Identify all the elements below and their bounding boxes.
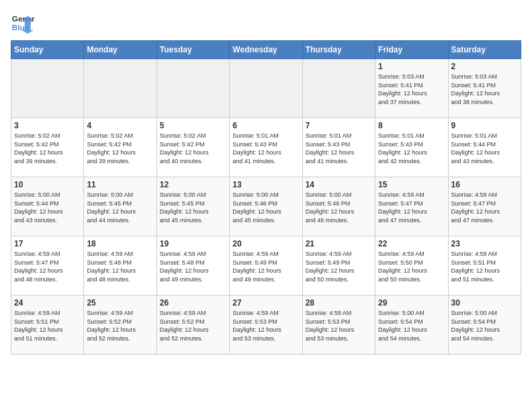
calendar-week-row: 17Sunrise: 4:59 AM Sunset: 5:47 PM Dayli… bbox=[11, 236, 521, 295]
weekday-header: Friday bbox=[375, 41, 448, 59]
day-number: 24 bbox=[14, 298, 81, 308]
day-info: Sunrise: 5:00 AM Sunset: 5:46 PM Dayligh… bbox=[232, 191, 299, 224]
day-number: 10 bbox=[14, 180, 81, 189]
calendar-cell: 11Sunrise: 5:00 AM Sunset: 5:45 PM Dayli… bbox=[84, 177, 157, 236]
day-number: 21 bbox=[306, 239, 372, 248]
day-info: Sunrise: 4:59 AM Sunset: 5:50 PM Dayligh… bbox=[378, 250, 445, 283]
day-number: 30 bbox=[451, 298, 518, 308]
calendar-table: SundayMondayTuesdayWednesdayThursdayFrid… bbox=[11, 40, 521, 355]
calendar-cell bbox=[157, 59, 229, 118]
day-number: 25 bbox=[87, 298, 153, 308]
day-info: Sunrise: 5:02 AM Sunset: 5:42 PM Dayligh… bbox=[87, 132, 153, 165]
calendar-cell bbox=[84, 59, 157, 118]
calendar-week-row: 1Sunrise: 5:03 AM Sunset: 5:41 PM Daylig… bbox=[11, 59, 521, 118]
day-number: 9 bbox=[451, 121, 518, 130]
svg-text:General: General bbox=[12, 14, 35, 23]
day-number: 18 bbox=[87, 239, 153, 248]
day-number: 4 bbox=[87, 121, 153, 130]
calendar-cell: 14Sunrise: 5:00 AM Sunset: 5:46 PM Dayli… bbox=[302, 177, 375, 236]
calendar-cell: 12Sunrise: 5:00 AM Sunset: 5:45 PM Dayli… bbox=[157, 177, 229, 236]
day-number: 22 bbox=[378, 239, 445, 248]
weekday-header: Wednesday bbox=[230, 41, 302, 59]
calendar-cell: 30Sunrise: 5:00 AM Sunset: 5:54 PM Dayli… bbox=[448, 295, 521, 355]
day-info: Sunrise: 5:00 AM Sunset: 5:54 PM Dayligh… bbox=[451, 309, 518, 342]
day-info: Sunrise: 5:00 AM Sunset: 5:45 PM Dayligh… bbox=[160, 191, 226, 224]
day-number: 29 bbox=[378, 298, 445, 308]
calendar-cell: 18Sunrise: 4:59 AM Sunset: 5:48 PM Dayli… bbox=[84, 236, 157, 295]
calendar-cell: 20Sunrise: 4:59 AM Sunset: 5:49 PM Dayli… bbox=[230, 236, 302, 295]
day-number: 13 bbox=[232, 180, 299, 189]
calendar-cell: 25Sunrise: 4:59 AM Sunset: 5:52 PM Dayli… bbox=[84, 295, 157, 355]
day-info: Sunrise: 5:01 AM Sunset: 5:43 PM Dayligh… bbox=[378, 132, 445, 165]
day-info: Sunrise: 4:59 AM Sunset: 5:52 PM Dayligh… bbox=[87, 309, 153, 342]
day-info: Sunrise: 4:59 AM Sunset: 5:53 PM Dayligh… bbox=[232, 309, 299, 342]
calendar-header: SundayMondayTuesdayWednesdayThursdayFrid… bbox=[11, 41, 521, 59]
weekday-header: Thursday bbox=[302, 41, 375, 59]
day-info: Sunrise: 4:59 AM Sunset: 5:51 PM Dayligh… bbox=[451, 250, 518, 283]
calendar-cell: 10Sunrise: 5:00 AM Sunset: 5:44 PM Dayli… bbox=[11, 177, 84, 236]
day-number: 17 bbox=[14, 239, 81, 248]
day-info: Sunrise: 5:01 AM Sunset: 5:43 PM Dayligh… bbox=[232, 132, 299, 165]
calendar-cell: 2Sunrise: 5:03 AM Sunset: 5:41 PM Daylig… bbox=[448, 59, 521, 118]
calendar-cell bbox=[11, 59, 84, 118]
calendar-cell: 15Sunrise: 4:59 AM Sunset: 5:47 PM Dayli… bbox=[375, 177, 448, 236]
calendar-cell: 5Sunrise: 5:02 AM Sunset: 5:42 PM Daylig… bbox=[157, 118, 229, 177]
calendar-cell: 9Sunrise: 5:01 AM Sunset: 5:44 PM Daylig… bbox=[448, 118, 521, 177]
calendar-cell bbox=[302, 59, 375, 118]
calendar-cell: 4Sunrise: 5:02 AM Sunset: 5:42 PM Daylig… bbox=[84, 118, 157, 177]
calendar-cell: 28Sunrise: 4:59 AM Sunset: 5:53 PM Dayli… bbox=[302, 295, 375, 355]
day-number: 2 bbox=[451, 62, 518, 71]
day-info: Sunrise: 4:59 AM Sunset: 5:48 PM Dayligh… bbox=[160, 250, 226, 283]
day-info: Sunrise: 5:00 AM Sunset: 5:44 PM Dayligh… bbox=[14, 191, 81, 224]
calendar-cell: 23Sunrise: 4:59 AM Sunset: 5:51 PM Dayli… bbox=[448, 236, 521, 295]
day-info: Sunrise: 4:59 AM Sunset: 5:49 PM Dayligh… bbox=[306, 250, 372, 283]
day-number: 7 bbox=[306, 121, 372, 130]
day-number: 23 bbox=[451, 239, 518, 248]
calendar-cell: 29Sunrise: 5:00 AM Sunset: 5:54 PM Dayli… bbox=[375, 295, 448, 355]
day-number: 27 bbox=[232, 298, 299, 308]
logo: General Blue bbox=[11, 11, 38, 35]
day-number: 5 bbox=[160, 121, 226, 130]
day-info: Sunrise: 4:59 AM Sunset: 5:47 PM Dayligh… bbox=[14, 250, 81, 283]
logo-icon: General Blue bbox=[11, 11, 35, 35]
day-info: Sunrise: 4:59 AM Sunset: 5:49 PM Dayligh… bbox=[232, 250, 299, 283]
day-info: Sunrise: 5:00 AM Sunset: 5:54 PM Dayligh… bbox=[378, 309, 445, 342]
calendar-cell: 7Sunrise: 5:01 AM Sunset: 5:43 PM Daylig… bbox=[302, 118, 375, 177]
calendar-cell: 22Sunrise: 4:59 AM Sunset: 5:50 PM Dayli… bbox=[375, 236, 448, 295]
day-info: Sunrise: 4:59 AM Sunset: 5:51 PM Dayligh… bbox=[14, 309, 81, 342]
calendar-week-row: 10Sunrise: 5:00 AM Sunset: 5:44 PM Dayli… bbox=[11, 177, 521, 236]
day-number: 8 bbox=[378, 121, 445, 130]
day-number: 6 bbox=[232, 121, 299, 130]
weekday-header: Saturday bbox=[448, 41, 521, 59]
day-info: Sunrise: 5:03 AM Sunset: 5:41 PM Dayligh… bbox=[451, 73, 518, 106]
day-info: Sunrise: 5:03 AM Sunset: 5:41 PM Dayligh… bbox=[378, 73, 445, 106]
calendar-cell: 17Sunrise: 4:59 AM Sunset: 5:47 PM Dayli… bbox=[11, 236, 84, 295]
day-number: 1 bbox=[378, 62, 445, 71]
calendar-cell: 27Sunrise: 4:59 AM Sunset: 5:53 PM Dayli… bbox=[230, 295, 302, 355]
calendar-cell: 3Sunrise: 5:02 AM Sunset: 5:42 PM Daylig… bbox=[11, 118, 84, 177]
day-number: 15 bbox=[378, 180, 445, 189]
calendar-cell: 19Sunrise: 4:59 AM Sunset: 5:48 PM Dayli… bbox=[157, 236, 229, 295]
day-info: Sunrise: 4:59 AM Sunset: 5:53 PM Dayligh… bbox=[306, 309, 372, 342]
calendar-cell: 1Sunrise: 5:03 AM Sunset: 5:41 PM Daylig… bbox=[375, 59, 448, 118]
calendar-cell: 24Sunrise: 4:59 AM Sunset: 5:51 PM Dayli… bbox=[11, 295, 84, 355]
day-number: 11 bbox=[87, 180, 153, 189]
day-number: 12 bbox=[160, 180, 226, 189]
day-info: Sunrise: 4:59 AM Sunset: 5:52 PM Dayligh… bbox=[160, 309, 226, 342]
day-info: Sunrise: 5:01 AM Sunset: 5:43 PM Dayligh… bbox=[306, 132, 372, 165]
calendar-week-row: 3Sunrise: 5:02 AM Sunset: 5:42 PM Daylig… bbox=[11, 118, 521, 177]
calendar-week-row: 24Sunrise: 4:59 AM Sunset: 5:51 PM Dayli… bbox=[11, 295, 521, 355]
day-number: 3 bbox=[14, 121, 81, 130]
calendar-body: 1Sunrise: 5:03 AM Sunset: 5:41 PM Daylig… bbox=[11, 59, 521, 355]
calendar-cell: 16Sunrise: 4:59 AM Sunset: 5:47 PM Dayli… bbox=[448, 177, 521, 236]
day-number: 26 bbox=[160, 298, 226, 308]
day-info: Sunrise: 4:59 AM Sunset: 5:48 PM Dayligh… bbox=[87, 250, 153, 283]
day-info: Sunrise: 4:59 AM Sunset: 5:47 PM Dayligh… bbox=[378, 191, 445, 224]
calendar-cell: 13Sunrise: 5:00 AM Sunset: 5:46 PM Dayli… bbox=[230, 177, 302, 236]
day-number: 19 bbox=[160, 239, 226, 248]
weekday-row: SundayMondayTuesdayWednesdayThursdayFrid… bbox=[11, 41, 521, 59]
calendar-cell: 26Sunrise: 4:59 AM Sunset: 5:52 PM Dayli… bbox=[157, 295, 229, 355]
calendar-cell: 21Sunrise: 4:59 AM Sunset: 5:49 PM Dayli… bbox=[302, 236, 375, 295]
weekday-header: Tuesday bbox=[157, 41, 229, 59]
day-number: 14 bbox=[306, 180, 372, 189]
